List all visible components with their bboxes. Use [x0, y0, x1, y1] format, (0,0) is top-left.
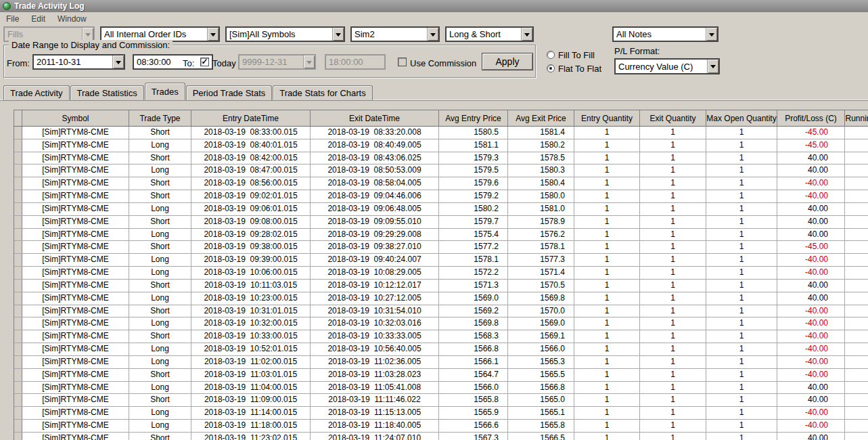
table-row[interactable]: [Sim]RTYM8-CMELong2018-03-19 10:06:00.01… [14, 267, 868, 280]
table-cell: 1 [640, 203, 706, 215]
table-cell: -40.00 [777, 254, 845, 266]
symbols-dropdown[interactable]: [Sim]All Symbols [225, 26, 345, 42]
table-cell [845, 382, 868, 394]
column-header[interactable]: Entry DateTime [191, 110, 311, 126]
menu-edit[interactable]: Edit [25, 13, 51, 25]
table-row[interactable]: [Sim]RTYM8-CMEShort2018-03-19 09:02:01.0… [14, 190, 868, 203]
table-row[interactable]: [Sim]RTYM8-CMELong2018-03-19 08:40:01.01… [14, 139, 868, 152]
table-cell [845, 407, 868, 419]
row-gutter [14, 152, 22, 164]
account-dropdown[interactable]: Sim2 [350, 26, 440, 42]
dropdown-arrow-button[interactable] [332, 28, 344, 41]
use-commission-label: Use Commission [410, 58, 476, 68]
table-row[interactable]: [Sim]RTYM8-CMELong2018-03-19 11:04:00.01… [14, 382, 868, 395]
notes-dropdown[interactable]: All Notes [612, 26, 718, 42]
table-row[interactable]: [Sim]RTYM8-CMELong2018-03-19 10:52:01.01… [14, 343, 868, 356]
table-row[interactable]: [Sim]RTYM8-CMEShort2018-03-19 08:56:00.0… [14, 177, 868, 190]
menu-file[interactable]: File [0, 13, 25, 25]
dropdown-arrow-button[interactable] [521, 28, 532, 41]
menu-window[interactable]: Window [51, 13, 93, 25]
table-cell: 2018-03-19 11:09:00.015 [191, 394, 311, 406]
column-header[interactable]: Runnin [845, 110, 868, 126]
table-cell: 1575.4 [439, 229, 508, 241]
column-header[interactable]: Profit/Loss (C) [777, 110, 845, 126]
column-header[interactable]: Avg Exit Price [508, 110, 574, 126]
to-time-input [325, 54, 386, 70]
table-row[interactable]: [Sim]RTYM8-CMELong2018-03-19 11:14:00.01… [14, 407, 868, 420]
table-cell: [Sim]RTYM8-CME [22, 280, 129, 292]
dropdown-arrow-button[interactable] [82, 28, 93, 41]
table-cell: 1566.0 [508, 343, 574, 355]
table-row[interactable]: [Sim]RTYM8-CMEShort2018-03-19 10:31:01.0… [14, 305, 868, 318]
table-row[interactable]: [Sim]RTYM8-CMEShort2018-03-19 11:09:00.0… [14, 394, 868, 407]
title-bar[interactable]: Trade Activity Log [0, 0, 868, 12]
dropdown-arrow-button[interactable] [706, 28, 717, 41]
table-row[interactable]: [Sim]RTYM8-CMEShort2018-03-19 11:03:01.0… [14, 369, 868, 382]
dropdown-arrow-button[interactable] [707, 60, 718, 73]
column-header[interactable]: Max Open Quantity [706, 110, 777, 126]
table-cell: 1 [640, 254, 706, 266]
use-commission-checkbox[interactable] [398, 58, 407, 66]
column-header[interactable]: Exit Quantity [640, 110, 706, 126]
table-row[interactable]: [Sim]RTYM8-CMELong2018-03-19 09:28:02.01… [14, 229, 868, 242]
row-gutter [14, 382, 22, 394]
apply-button[interactable]: Apply [482, 53, 533, 70]
table-row[interactable]: [Sim]RTYM8-CMEShort2018-03-19 10:33:00.0… [14, 330, 868, 343]
column-header[interactable]: Entry Quantity [574, 110, 640, 126]
table-row[interactable]: [Sim]RTYM8-CMEShort2018-03-19 11:23:02.0… [14, 433, 868, 440]
table-cell: 2018-03-19 11:04:00.015 [191, 382, 311, 394]
table-cell: 2018-03-19 08:33:20.008 [311, 127, 439, 139]
table-row[interactable]: [Sim]RTYM8-CMELong2018-03-19 10:23:00.01… [14, 292, 868, 305]
table-row[interactable]: [Sim]RTYM8-CMEShort2018-03-19 09:08:00.0… [14, 216, 868, 229]
flat-to-flat-radio[interactable] [547, 64, 555, 72]
table-row[interactable]: [Sim]RTYM8-CMELong2018-03-19 09:39:00.01… [14, 254, 868, 267]
table-cell: 1577.3 [508, 254, 574, 266]
table-cell: 2018-03-19 10:31:54.010 [311, 305, 439, 317]
table-cell: Short [129, 190, 191, 202]
table-cell: 1580.2 [508, 139, 574, 152]
tab-trades[interactable]: Trades [145, 83, 185, 100]
table-cell: 1569.1 [508, 330, 574, 343]
table-row[interactable]: [Sim]RTYM8-CMEShort2018-03-19 09:38:00.0… [14, 241, 868, 254]
table-cell: 1 [574, 343, 640, 355]
table-cell: 1 [574, 280, 640, 292]
column-header[interactable]: Trade Type [129, 110, 191, 126]
table-cell: 1581.4 [508, 127, 574, 139]
dropdown-arrow-button[interactable] [207, 28, 219, 41]
tab-trade-activity[interactable]: Trade Activity [3, 85, 70, 100]
table-cell [845, 343, 868, 355]
pl-format-dropdown[interactable]: Currency Value (C) [614, 58, 720, 74]
tab-trade-statistics[interactable]: Trade Statistics [70, 85, 144, 100]
dropdown-arrow-button[interactable] [112, 56, 124, 68]
table-row[interactable]: [Sim]RTYM8-CMELong2018-03-19 10:32:00.01… [14, 317, 868, 330]
table-cell: 2018-03-19 11:02:00.015 [191, 356, 311, 368]
tab-trade-stats-for-charts[interactable]: Trade Stats for Charts [273, 85, 372, 100]
column-header[interactable]: Exit DateTime [311, 110, 439, 126]
table-cell: [Sim]RTYM8-CME [22, 127, 129, 139]
table-row[interactable]: [Sim]RTYM8-CMEShort2018-03-19 10:11:03.0… [14, 280, 868, 292]
fill-to-fill-radio[interactable] [547, 51, 555, 59]
today-checkbox[interactable] [200, 58, 209, 66]
row-gutter [14, 369, 22, 381]
table-cell: 1566.8 [439, 343, 508, 355]
table-cell: 1 [640, 177, 706, 190]
table-cell [845, 164, 868, 177]
direction-dropdown[interactable]: Long & Short [445, 26, 534, 42]
table-row[interactable]: [Sim]RTYM8-CMEShort2018-03-19 08:42:00.0… [14, 152, 868, 165]
table-row[interactable]: [Sim]RTYM8-CMELong2018-03-19 09:06:01.01… [14, 203, 868, 216]
table-cell: Long [129, 229, 191, 241]
table-cell: [Sim]RTYM8-CME [22, 382, 129, 394]
table-row[interactable]: [Sim]RTYM8-CMELong2018-03-19 11:18:00.01… [14, 420, 868, 433]
table-cell: 1 [574, 407, 640, 419]
column-header[interactable]: Symbol [22, 110, 129, 126]
from-date-dropdown[interactable]: 2011-10-31 [32, 54, 125, 70]
row-gutter [14, 292, 22, 305]
table-row[interactable]: [Sim]RTYM8-CMELong2018-03-19 11:02:00.01… [14, 356, 868, 369]
table-row[interactable]: [Sim]RTYM8-CMELong2018-03-19 08:47:00.01… [14, 164, 868, 177]
column-header[interactable]: Avg Entry Price [439, 110, 508, 126]
table-row[interactable]: [Sim]RTYM8-CMEShort2018-03-19 08:33:00.0… [14, 127, 868, 139]
table-cell [845, 330, 868, 343]
dropdown-arrow-button[interactable] [427, 28, 438, 41]
tab-period-trade-stats[interactable]: Period Trade Stats [186, 85, 273, 100]
chevron-down-icon [710, 65, 716, 71]
